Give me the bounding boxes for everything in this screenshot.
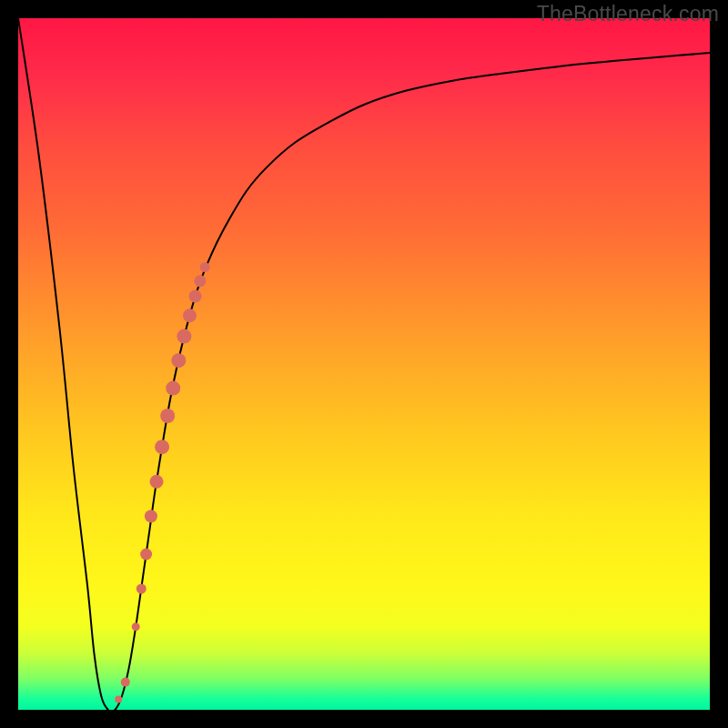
highlight-marker — [183, 308, 197, 322]
highlight-marker — [121, 678, 130, 687]
highlight-marker — [171, 353, 186, 368]
highlight-marker — [115, 696, 122, 703]
highlight-marker — [160, 409, 175, 423]
highlight-marker — [132, 622, 140, 631]
highlight-marker — [189, 290, 202, 303]
highlight-marker — [140, 549, 152, 561]
gradient-background — [18, 18, 710, 710]
bottleneck-chart — [18, 18, 710, 710]
highlight-marker — [166, 381, 180, 396]
highlight-marker — [155, 440, 169, 454]
highlight-marker — [200, 262, 210, 272]
highlight-marker — [136, 584, 147, 594]
highlight-marker — [194, 275, 206, 287]
watermark-text: TheBottleneck.com — [537, 2, 719, 26]
highlight-marker — [177, 329, 191, 344]
chart-stage: TheBottleneck.com — [0, 0, 728, 728]
highlight-marker — [145, 510, 157, 522]
highlight-marker — [150, 475, 164, 489]
